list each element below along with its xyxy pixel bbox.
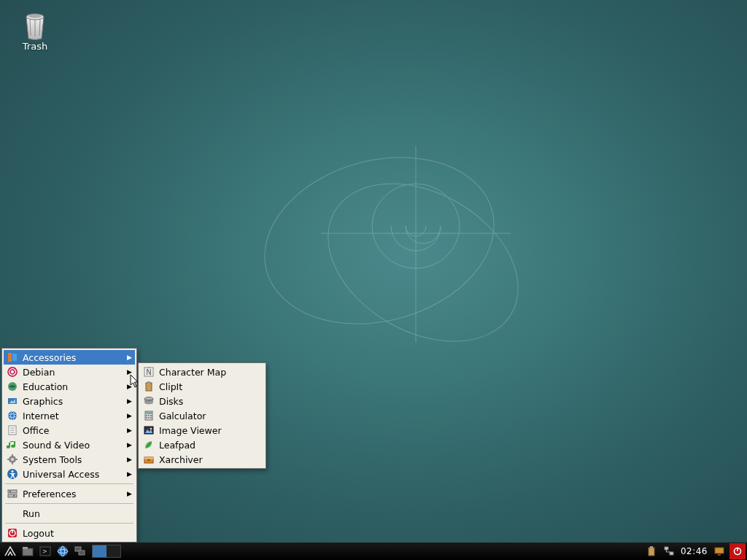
menu-item-sound-video[interactable]: Sound & Video ▶ — [4, 438, 135, 452]
clock[interactable]: 02:46 — [678, 546, 711, 556]
menu-item-internet[interactable]: Internet ▶ — [4, 408, 135, 423]
submenu-arrow-icon: ▶ — [127, 470, 132, 478]
menu-item-label: Office — [23, 425, 121, 436]
power-button[interactable] — [729, 543, 746, 559]
web-browser-button[interactable] — [55, 543, 71, 559]
svg-rect-47 — [150, 415, 152, 416]
svg-point-6 — [28, 15, 42, 18]
menu-item-logout[interactable]: Logout — [4, 526, 135, 540]
menu-item-run[interactable]: Run — [4, 506, 135, 521]
submenu-item-disks[interactable]: Disks — [140, 394, 264, 408]
submenu-arrow-icon: ▶ — [127, 397, 132, 405]
menu-item-label: Image Viewer — [159, 425, 261, 436]
submenu-arrow-icon: ▶ — [127, 368, 132, 376]
desktop-icon-label: Trash — [23, 41, 47, 52]
file-manager-button[interactable] — [20, 543, 36, 559]
menu-item-graphics[interactable]: Graphics ▶ — [4, 394, 135, 408]
menu-item-label: ClipIt — [159, 381, 261, 392]
submenu-item-leafpad[interactable]: Leafpad — [140, 438, 264, 452]
menu-item-education[interactable]: Education ▶ — [4, 379, 135, 394]
menu-item-label: Sound & Video — [23, 440, 121, 451]
menu-item-label: Preferences — [23, 489, 121, 499]
menu-item-label: Character Map — [159, 367, 261, 378]
menu-item-label: Accessories — [23, 352, 121, 363]
charactermap-icon: Ñ — [143, 366, 155, 378]
menu-separator — [5, 523, 133, 524]
tray-network[interactable] — [661, 543, 677, 559]
svg-rect-71 — [715, 548, 724, 553]
menu-item-universal-access[interactable]: Universal Access ▶ — [4, 467, 135, 481]
workspace-1[interactable] — [93, 545, 107, 557]
show-desktop-button[interactable] — [72, 543, 88, 559]
menu-item-label: Graphics — [23, 396, 121, 407]
imageviewer-icon — [143, 424, 155, 436]
svg-point-1 — [300, 152, 546, 374]
menu-item-label: Logout — [23, 528, 132, 539]
archiver-icon — [143, 454, 155, 465]
terminal-button[interactable]: > — [37, 543, 53, 559]
submenu-item-xarchiver[interactable]: Xarchiver — [140, 452, 264, 467]
menu-separator — [5, 483, 133, 484]
svg-rect-44 — [146, 412, 152, 414]
svg-rect-46 — [148, 415, 150, 416]
tray-monitor[interactable] — [711, 543, 727, 559]
svg-rect-10 — [8, 353, 12, 362]
svg-rect-40 — [147, 381, 150, 384]
submenu-item-image-viewer[interactable]: Image Viewer — [140, 423, 264, 438]
internet-icon — [7, 410, 18, 421]
desktop-icon-trash[interactable]: Trash — [20, 10, 50, 52]
disks-icon — [143, 395, 155, 407]
power-icon — [732, 546, 743, 556]
workspace-pager[interactable] — [92, 545, 121, 558]
svg-rect-45 — [146, 415, 147, 416]
menu-item-label: Education — [23, 381, 121, 392]
menu-item-label: Disks — [159, 396, 261, 407]
logout-icon — [7, 527, 18, 539]
debian-icon — [7, 366, 18, 378]
graphics-icon — [7, 395, 18, 407]
svg-rect-56 — [144, 457, 153, 459]
office-icon — [7, 424, 18, 436]
trash-icon — [20, 10, 50, 39]
submenu-arrow-icon: ▶ — [127, 490, 132, 497]
svg-point-2 — [372, 184, 460, 268]
menu-item-label: Run — [23, 508, 132, 519]
svg-point-53 — [150, 428, 152, 430]
run-icon — [7, 508, 18, 519]
submenu-arrow-icon: ▶ — [127, 383, 132, 390]
submenu-arrow-icon: ▶ — [127, 456, 132, 463]
media-icon — [7, 439, 18, 451]
menu-item-label: Leafpad — [159, 440, 261, 451]
taskbar: > 02:46 — [0, 542, 747, 560]
submenu-item-galculator[interactable]: Galculator — [140, 408, 264, 423]
clipit-icon — [143, 381, 155, 392]
menu-item-label: Xarchiver — [159, 454, 261, 465]
menu-separator — [5, 503, 133, 504]
start-menu-button[interactable] — [2, 543, 18, 559]
submenu-item-character-map[interactable]: Ñ Character Map — [140, 365, 264, 379]
accessories-icon — [7, 351, 18, 363]
menu-item-system-tools[interactable]: System Tools ▶ — [4, 452, 135, 467]
menu-item-label: Galculator — [159, 411, 261, 421]
svg-text:Ñ: Ñ — [146, 368, 151, 376]
svg-rect-70 — [670, 552, 673, 555]
menu-item-label: Internet — [23, 411, 121, 421]
menu-item-label: Universal Access — [23, 469, 121, 480]
svg-rect-59 — [23, 547, 28, 549]
svg-rect-30 — [8, 490, 17, 493]
menu-item-preferences[interactable]: Preferences ▶ — [4, 486, 135, 501]
svg-point-62 — [58, 546, 68, 556]
application-menu: Accessories ▶ Debian ▶ Education ▶ Graph… — [1, 348, 137, 542]
svg-rect-33 — [13, 495, 15, 497]
svg-rect-68 — [650, 546, 653, 548]
menu-item-accessories[interactable]: Accessories ▶ — [4, 350, 135, 365]
preferences-icon — [7, 488, 18, 499]
universalaccess-icon — [7, 468, 18, 480]
workspace-2[interactable] — [107, 545, 120, 557]
menu-item-debian[interactable]: Debian ▶ — [4, 365, 135, 379]
svg-rect-58 — [23, 548, 33, 556]
submenu-item-clipit[interactable]: ClipIt — [140, 379, 264, 394]
svg-point-23 — [11, 458, 14, 461]
menu-item-office[interactable]: Office ▶ — [4, 423, 135, 438]
tray-clipboard[interactable] — [643, 543, 659, 559]
